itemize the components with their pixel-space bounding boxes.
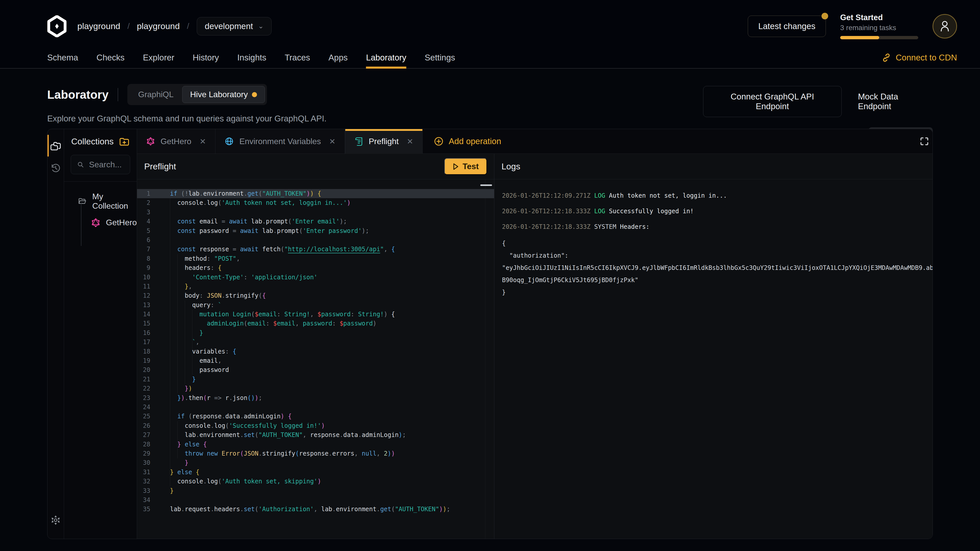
- test-button[interactable]: Test: [444, 158, 487, 175]
- nav-item-history[interactable]: History: [192, 52, 219, 68]
- nav-item-apps[interactable]: Apps: [328, 52, 348, 68]
- settings-rail-button[interactable]: [48, 509, 64, 531]
- code-line[interactable]: 27 lab.environment.set("AUTH_TOKEN", res…: [137, 430, 494, 440]
- code-text: console.log('Auth token set, skipping'): [150, 477, 494, 486]
- add-operation-button[interactable]: Add operation: [423, 129, 512, 154]
- code-text: const password = await lab.prompt('Enter…: [150, 226, 494, 235]
- code-line[interactable]: 24: [137, 403, 494, 412]
- nav-item-settings[interactable]: Settings: [425, 52, 455, 68]
- code-line[interactable]: 29 throw new Error(JSON.stringify(respon…: [137, 449, 494, 458]
- chevron-down-icon: ⌄: [258, 22, 264, 30]
- collection-operation-gethero[interactable]: GetHero: [64, 214, 137, 231]
- code-text: lab.request.headers.set('Authorization',…: [150, 505, 494, 514]
- get-started-widget[interactable]: Get Started 3 remaining tasks: [840, 13, 918, 39]
- code-line[interactable]: 34: [137, 495, 494, 505]
- connect-graphql-endpoint-button[interactable]: Connect GraphQL API Endpoint: [703, 86, 842, 117]
- ui-toggle: GraphiQL Hive Laboratory: [127, 84, 267, 105]
- code-line[interactable]: 13 query: `: [137, 300, 494, 310]
- code-line[interactable]: 1if (!lab.environment.get("AUTH_TOKEN"))…: [137, 189, 494, 198]
- code-line[interactable]: 9 headers: {: [137, 263, 494, 272]
- code-line[interactable]: 4 const email = await lab.prompt('Enter …: [137, 217, 494, 226]
- code-line[interactable]: 22 }): [137, 384, 494, 393]
- code-editor[interactable]: 1if (!lab.environment.get("AUTH_TOKEN"))…: [137, 179, 494, 539]
- code-line[interactable]: 2 console.log('Auth token not set, loggi…: [137, 198, 494, 207]
- code-line[interactable]: 21 }: [137, 375, 494, 384]
- code-line[interactable]: 25 if (response.data.adminLogin) {: [137, 412, 494, 421]
- code-line[interactable]: 6: [137, 235, 494, 245]
- close-tab-icon[interactable]: ✕: [200, 137, 206, 146]
- history-rail-button[interactable]: [48, 157, 64, 179]
- code-text: mutation Login($email: String!, $passwor…: [150, 310, 494, 319]
- code-line[interactable]: 20 password: [137, 365, 494, 375]
- graphql-icon: [91, 218, 100, 227]
- collections-search[interactable]: [71, 155, 130, 174]
- toggle-hive-laboratory[interactable]: Hive Laboratory: [182, 86, 265, 103]
- code-line[interactable]: 35lab.request.headers.set('Authorization…: [137, 505, 494, 514]
- laboratory-panel: Collections My Collection: [47, 129, 933, 539]
- code-line[interactable]: 14 mutation Login($email: String!, $pass…: [137, 310, 494, 319]
- code-line[interactable]: 16 }: [137, 328, 494, 338]
- code-text: if (!lab.environment.get("AUTH_TOKEN")) …: [150, 189, 494, 198]
- nav-item-insights[interactable]: Insights: [237, 52, 266, 68]
- add-collection-icon[interactable]: [119, 136, 130, 147]
- code-text: 'Content-Type': 'application/json': [150, 273, 494, 282]
- code-line[interactable]: 31} else {: [137, 468, 494, 477]
- line-number: 28: [137, 440, 150, 449]
- user-avatar[interactable]: [932, 14, 957, 38]
- mock-data-endpoint-button[interactable]: Mock Data Endpoint: [858, 92, 933, 111]
- code-line[interactable]: 17 `,: [137, 338, 494, 347]
- code-line[interactable]: 8 method: "POST",: [137, 254, 494, 263]
- collections-sidebar: Collections My Collection: [64, 129, 137, 539]
- code-text: const response = await fetch("http://loc…: [150, 245, 494, 254]
- toggle-graphiql[interactable]: GraphiQL: [129, 86, 182, 103]
- code-line[interactable]: 15 adminLogin(email: $email, password: $…: [137, 319, 494, 328]
- tab-label: Environment Variables: [239, 137, 321, 146]
- code-line[interactable]: 11 },: [137, 282, 494, 291]
- close-tab-icon[interactable]: ✕: [407, 137, 413, 146]
- code-text: [150, 235, 494, 245]
- nav-item-laboratory[interactable]: Laboratory: [366, 52, 406, 68]
- nav-item-schema[interactable]: Schema: [47, 52, 78, 68]
- line-number: 5: [137, 226, 150, 235]
- log-json-line: }: [502, 286, 933, 299]
- breadcrumb-project[interactable]: playground: [137, 21, 180, 31]
- code-line[interactable]: 12 body: JSON.stringify({: [137, 291, 494, 300]
- nav-item-traces[interactable]: Traces: [285, 52, 310, 68]
- tab-environment-variables[interactable]: Environment Variables ✕: [215, 129, 345, 154]
- collapse-handle-icon[interactable]: [480, 184, 492, 186]
- nav-item-checks[interactable]: Checks: [97, 52, 124, 68]
- code-line[interactable]: 10 'Content-Type': 'application/json': [137, 273, 494, 282]
- gear-icon: [50, 515, 61, 526]
- indent-guide: [177, 254, 178, 393]
- latest-changes-button[interactable]: Latest changes: [748, 16, 826, 37]
- tab-gethero[interactable]: GetHero ✕: [137, 129, 215, 154]
- logs-output[interactable]: 2026-01-26T12:12:09.271Z LOG Auth token …: [494, 179, 933, 539]
- code-line[interactable]: 26 console.log('Successfully logged in!'…: [137, 421, 494, 430]
- hive-logo-icon[interactable]: [47, 15, 67, 37]
- target-selector[interactable]: development ⌄: [197, 17, 272, 35]
- folder-open-icon: [78, 197, 87, 206]
- collections-rail-button[interactable]: [48, 135, 64, 157]
- code-line[interactable]: 19 email,: [137, 356, 494, 365]
- close-tab-icon[interactable]: ✕: [329, 137, 336, 146]
- code-line[interactable]: 3: [137, 208, 494, 217]
- collection-folder[interactable]: My Collection: [64, 188, 137, 214]
- code-line[interactable]: 33}: [137, 486, 494, 495]
- connect-to-cdn-link[interactable]: Connect to CDN: [881, 52, 957, 62]
- code-line[interactable]: 28 } else {: [137, 440, 494, 449]
- breadcrumb: playground / playground /: [77, 21, 189, 31]
- tab-preflight[interactable]: Preflight ✕: [345, 129, 423, 154]
- code-line[interactable]: 5 const password = await lab.prompt('Ent…: [137, 226, 494, 235]
- code-line[interactable]: 7 const response = await fetch("http://l…: [137, 245, 494, 254]
- breadcrumb-org[interactable]: playground: [77, 21, 120, 31]
- search-input[interactable]: [89, 160, 124, 169]
- code-line[interactable]: 30 }: [137, 458, 494, 467]
- code-line[interactable]: 32 console.log('Auth token set, skipping…: [137, 477, 494, 486]
- fullscreen-button[interactable]: [912, 129, 933, 154]
- nav-item-explorer[interactable]: Explorer: [143, 52, 174, 68]
- code-line[interactable]: 23 }).then(r => r.json());: [137, 393, 494, 403]
- code-line[interactable]: 18 variables: {: [137, 347, 494, 356]
- play-icon: [452, 163, 459, 170]
- code-text: body: JSON.stringify({: [150, 291, 494, 300]
- history-icon: [50, 162, 61, 174]
